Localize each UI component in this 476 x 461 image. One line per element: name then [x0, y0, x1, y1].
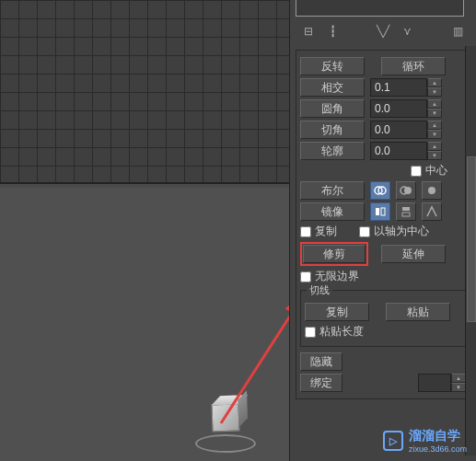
spinner-down-icon[interactable]: ▼ — [427, 87, 442, 97]
viewport-top-grid[interactable] — [0, 0, 289, 184]
spline-icon[interactable]: ⋎ — [400, 24, 414, 39]
watermark-icon: ▷ — [383, 431, 403, 451]
object-base-ring — [195, 434, 256, 453]
infinite-bounds-checkbox[interactable]: 无限边界 — [300, 269, 359, 284]
intersect-input[interactable] — [370, 78, 427, 97]
chamfer-button[interactable]: 切角 — [300, 121, 365, 139]
vertex-icon[interactable]: ┇ — [325, 24, 340, 39]
about-axis-label: 以轴为中心 — [374, 224, 429, 239]
spinner-up-icon[interactable]: ▲ — [427, 142, 442, 151]
tangent-group-label: 切线 — [307, 283, 332, 297]
trim-highlight: 修剪 — [300, 242, 368, 266]
cube-object[interactable] — [211, 403, 239, 432]
chamfer-input[interactable] — [370, 121, 427, 139]
hide-button[interactable]: 隐藏 — [300, 352, 342, 371]
watermark-sub: zixue.3d66.com — [409, 444, 467, 454]
spinner-down-icon[interactable]: ▼ — [427, 130, 442, 139]
pin-icon[interactable]: ⊟ — [301, 24, 316, 39]
center-check-input[interactable] — [411, 166, 422, 177]
geometry-rollout: 反转 循环 相交 ▲ ▼ 圆角 ▲ ▼ — [296, 50, 470, 399]
spinner-up-icon[interactable]: ▲ — [427, 78, 442, 87]
svg-rect-7 — [402, 207, 410, 211]
viewport-area — [0, 0, 289, 461]
boolean-button[interactable]: 布尔 — [300, 181, 365, 200]
config-icon[interactable]: ▥ — [450, 24, 465, 39]
svg-rect-5 — [376, 208, 379, 215]
spline-edit-toolbar: ⊟ ┇ ╲╱ ⋎ ▥ — [290, 18, 476, 44]
about-axis-check-input[interactable] — [359, 226, 370, 237]
paste-length-check-input[interactable] — [305, 327, 316, 338]
mirror-button[interactable]: 镜像 — [300, 202, 365, 221]
spinner-down-icon[interactable]: ▼ — [427, 151, 442, 160]
mirror-h-icon[interactable] — [370, 202, 390, 221]
extend-button[interactable]: 延伸 — [381, 245, 446, 263]
center-checkbox[interactable]: 中心 — [411, 163, 447, 179]
about-axis-checkbox[interactable]: 以轴为中心 — [359, 224, 429, 239]
fillet-button[interactable]: 圆角 — [300, 99, 365, 118]
tangent-group: 切线 复制 粘贴 粘贴长度 — [300, 290, 466, 347]
reverse-button[interactable]: 反转 — [300, 57, 365, 75]
outline-input[interactable] — [370, 142, 427, 160]
viewport-perspective[interactable] — [0, 188, 289, 461]
tangent-copy-button[interactable]: 复制 — [305, 303, 369, 321]
bool-intersect-icon[interactable] — [422, 181, 442, 200]
outline-spinner[interactable]: ▲ ▼ — [370, 142, 442, 160]
fillet-input[interactable] — [370, 99, 427, 118]
mirror-v-icon[interactable] — [396, 202, 416, 221]
scrollbar-thumb[interactable] — [467, 156, 476, 322]
segment-icon[interactable]: ╲╱ — [376, 24, 390, 39]
cycle-button[interactable]: 循环 — [381, 57, 446, 75]
modify-panel: ⊟ ┇ ╲╱ ⋎ ▥ 反转 循环 相交 ▲ ▼ 圆角 — [289, 0, 476, 461]
trim-button[interactable]: 修剪 — [303, 245, 366, 263]
mirror-both-icon[interactable] — [422, 202, 442, 221]
infinite-check-input[interactable] — [300, 271, 311, 282]
tangent-paste-button[interactable]: 粘贴 — [386, 303, 450, 321]
bind-button[interactable]: 绑定 — [300, 374, 342, 392]
bool-subtract-icon[interactable] — [396, 181, 416, 200]
spinner-up-icon[interactable]: ▲ — [451, 374, 466, 383]
spinner-up-icon[interactable]: ▲ — [427, 121, 442, 130]
paste-length-label: 粘贴长度 — [319, 324, 364, 340]
watermark-text: 溜溜自学 — [409, 428, 460, 443]
bind-spinner[interactable]: ▲ ▼ — [418, 374, 466, 392]
bool-union-icon[interactable] — [370, 181, 390, 200]
spinner-down-icon[interactable]: ▼ — [451, 383, 466, 392]
watermark: ▷ 溜溜自学 zixue.3d66.com — [383, 428, 467, 454]
fillet-spinner[interactable]: ▲ ▼ — [370, 99, 442, 118]
intersect-button[interactable]: 相交 — [300, 78, 365, 97]
bind-input[interactable] — [418, 374, 451, 392]
svg-rect-6 — [381, 208, 385, 215]
svg-rect-8 — [402, 213, 410, 216]
copy-label: 复制 — [315, 224, 337, 239]
panel-top-box — [296, 0, 464, 17]
intersect-spinner[interactable]: ▲ ▼ — [370, 78, 442, 97]
panel-scrollbar[interactable] — [465, 46, 476, 455]
outline-button[interactable]: 轮廓 — [300, 142, 365, 160]
infinite-label: 无限边界 — [315, 269, 359, 284]
spinner-up-icon[interactable]: ▲ — [427, 99, 442, 109]
copy-check-input[interactable] — [300, 226, 311, 237]
paste-length-checkbox[interactable]: 粘贴长度 — [305, 324, 364, 340]
copy-checkbox[interactable]: 复制 — [300, 224, 337, 239]
center-label: 中心 — [425, 163, 447, 179]
svg-point-4 — [404, 187, 412, 194]
chamfer-spinner[interactable]: ▲ ▼ — [370, 121, 442, 139]
spinner-down-icon[interactable]: ▼ — [427, 109, 442, 118]
